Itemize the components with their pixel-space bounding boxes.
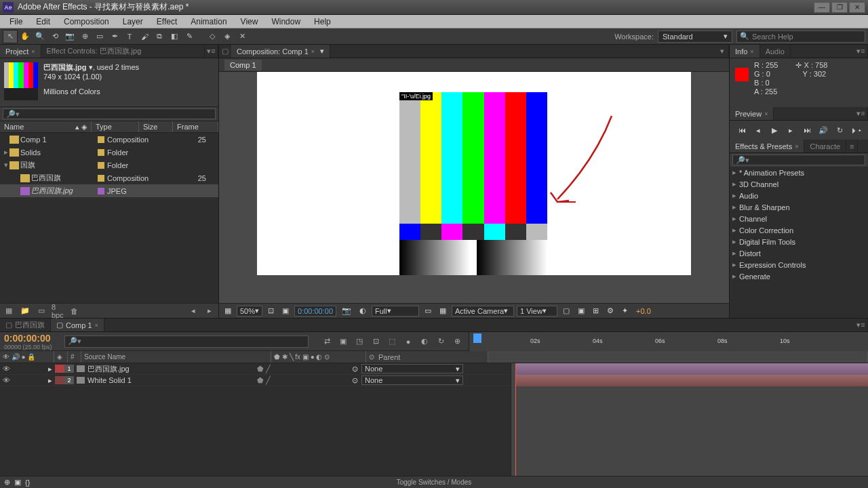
transp-icon[interactable]: ▦	[437, 306, 449, 317]
v2-icon[interactable]: ▣	[575, 306, 587, 317]
timeline-track-area[interactable]	[511, 363, 868, 476]
loop-button[interactable]: ↻	[834, 125, 845, 136]
menu-edit[interactable]: Edit	[29, 16, 57, 28]
pen-tool[interactable]: ✒	[107, 30, 122, 43]
interpret-icon[interactable]: ▦	[3, 306, 15, 317]
audio-button[interactable]: 🔊	[818, 125, 829, 136]
tl-icon-9[interactable]: ⊕	[451, 336, 463, 348]
menu-animation[interactable]: Animation	[184, 16, 233, 28]
col-type[interactable]: Type	[92, 121, 139, 132]
effect-category[interactable]: ▸Audio	[730, 190, 868, 201]
text-tool[interactable]: T	[122, 30, 137, 43]
menu-effect[interactable]: Effect	[150, 16, 184, 28]
workspace-dropdown[interactable]: Standard▾	[658, 30, 732, 43]
play-button[interactable]: ▶	[769, 125, 780, 136]
tl-icon-1[interactable]: ⇄	[321, 336, 333, 348]
layer-bar-2[interactable]	[515, 375, 868, 386]
camera-tool[interactable]: 📷	[62, 30, 77, 43]
timeline-timecode[interactable]: 0:00:00:00 00000 (25.00 fps)	[0, 331, 64, 352]
v4-icon[interactable]: ⚙	[604, 306, 616, 317]
playhead[interactable]	[473, 333, 481, 343]
res-icon[interactable]: ⊡	[265, 306, 277, 317]
effects-presets-tab[interactable]: Effects & Presets×	[730, 140, 804, 152]
effects-search-input[interactable]: 🔎▾	[732, 155, 865, 165]
comp-snapshot-icon[interactable]: ▢	[219, 47, 231, 56]
comp-menu-icon[interactable]: ▾	[715, 45, 729, 58]
clone-tool[interactable]: ⧉	[152, 30, 167, 43]
timeline-layer[interactable]: 👁▸ 1巴西国旗.jpg⬟ ╱⊙None▾	[0, 363, 511, 375]
last-frame-button[interactable]: ⏭	[802, 125, 812, 136]
tl-icon-6[interactable]: ●	[402, 336, 414, 348]
menu-window[interactable]: Window	[264, 16, 307, 28]
info-menu-icon[interactable]: ▾≡	[854, 45, 868, 58]
anchor-tool[interactable]: ⊕	[77, 30, 92, 43]
snap2-icon[interactable]: ◈	[220, 30, 235, 43]
viewer-timecode[interactable]: 0:00:00:00	[294, 306, 336, 317]
project-search-input[interactable]: 🔎▾	[3, 108, 216, 119]
grid-icon[interactable]: ▦	[222, 306, 234, 317]
effect-category[interactable]: ▸3D Channel	[730, 178, 868, 190]
maximize-button[interactable]: ❐	[831, 2, 848, 13]
search-help-input[interactable]: 🔍 Search Help	[736, 30, 865, 43]
timeline-ruler[interactable]: 02s04s06s08s10s	[469, 332, 868, 351]
project-item[interactable]: 巴西国旗Composition25	[0, 171, 218, 184]
snapshot-icon[interactable]: 📷	[339, 306, 354, 317]
v3-icon[interactable]: ⊞	[590, 306, 601, 317]
menu-layer[interactable]: Layer	[116, 16, 150, 28]
preview-menu-icon[interactable]: ▾≡	[854, 107, 868, 120]
preview-tab[interactable]: Preview×	[730, 107, 774, 120]
prev-frame-icon[interactable]: ◂	[187, 306, 199, 317]
effect-category[interactable]: ▸Blur & Sharpen	[730, 201, 868, 213]
tl-col-parent[interactable]: ⊙ Parent	[366, 351, 488, 363]
roto-tool[interactable]: ✎	[182, 30, 197, 43]
snap-icon[interactable]: ◇	[205, 30, 220, 43]
tl-icon-3[interactable]: ◳	[353, 336, 366, 348]
effect-category[interactable]: ▸Color Correction	[730, 224, 868, 236]
toggle-switches-button[interactable]: Toggle Switches / Modes	[397, 479, 472, 486]
menu-help[interactable]: Help	[307, 16, 338, 28]
bpc-button[interactable]: 8 bpc	[52, 306, 64, 317]
menu-view[interactable]: View	[234, 16, 265, 28]
channel-icon[interactable]: ◐	[357, 306, 369, 317]
timeline-menu-icon[interactable]: ▾≡	[854, 319, 868, 331]
tl-foot-icon-1[interactable]: ⊕	[4, 478, 10, 487]
tl-icon-8[interactable]: ↻	[435, 336, 447, 348]
safe-icon[interactable]: ▣	[279, 306, 292, 317]
comp-panel-tab[interactable]: Composition: Comp 1×▾	[231, 45, 330, 58]
hand-tool[interactable]: ✋	[18, 30, 33, 43]
effect-category[interactable]: ▸Digital Film Tools	[730, 236, 868, 247]
timeline-tab-1[interactable]: ▢ 巴西国旗	[0, 319, 51, 331]
menu-file[interactable]: File	[3, 16, 29, 28]
timeline-layer[interactable]: 👁▸ 2White Solid 1⬟ ╱⊙None▾	[0, 375, 511, 386]
project-item[interactable]: ▾国旗Folder	[0, 159, 218, 171]
project-tab[interactable]: Project×	[0, 45, 41, 58]
timeline-layer-rows[interactable]: 👁▸ 1巴西国旗.jpg⬟ ╱⊙None▾👁▸ 2White Solid 1⬟ …	[0, 363, 511, 476]
menu-composition[interactable]: Composition	[57, 16, 116, 28]
effect-category[interactable]: ▸Distort	[730, 247, 868, 259]
info-tab[interactable]: Info×	[730, 45, 760, 58]
tl-icon-5[interactable]: ⬚	[386, 336, 398, 348]
ram-preview-button[interactable]: ⏵▸	[850, 125, 861, 136]
panel-menu-icon[interactable]: ▾≡	[205, 45, 218, 58]
project-item[interactable]: ▸SolidsFolder	[0, 146, 218, 159]
folder-icon[interactable]: 📁	[19, 306, 31, 317]
tl-foot-icon-3[interactable]: {}	[25, 479, 30, 487]
next-frame-icon[interactable]: ▸	[203, 306, 216, 317]
project-item[interactable]: Comp 1Composition25	[0, 133, 218, 146]
timeline-tab-2[interactable]: ▢ Comp 1 ×	[51, 319, 104, 331]
close-button[interactable]: ✕	[849, 2, 865, 13]
effect-category[interactable]: ▸Channel	[730, 213, 868, 224]
timeline-search-input[interactable]: 🔎▾	[64, 336, 309, 348]
minimize-button[interactable]: —	[814, 2, 830, 13]
roi-icon[interactable]: ▭	[422, 306, 434, 317]
rect-tool[interactable]: ▭	[92, 30, 107, 43]
layer-bar-1[interactable]	[515, 363, 868, 375]
time-marker[interactable]	[515, 363, 516, 476]
camera-dropdown[interactable]: Active Camera ▾	[452, 306, 514, 317]
prev-frame-button[interactable]: ◂	[753, 125, 764, 136]
tl-icon-4[interactable]: ⊡	[370, 336, 382, 348]
v1-icon[interactable]: ▢	[560, 306, 572, 317]
brush-tool[interactable]: 🖌	[137, 30, 152, 43]
v5-icon[interactable]: ✦	[619, 306, 631, 317]
tl-col-num[interactable]: #	[68, 351, 81, 363]
